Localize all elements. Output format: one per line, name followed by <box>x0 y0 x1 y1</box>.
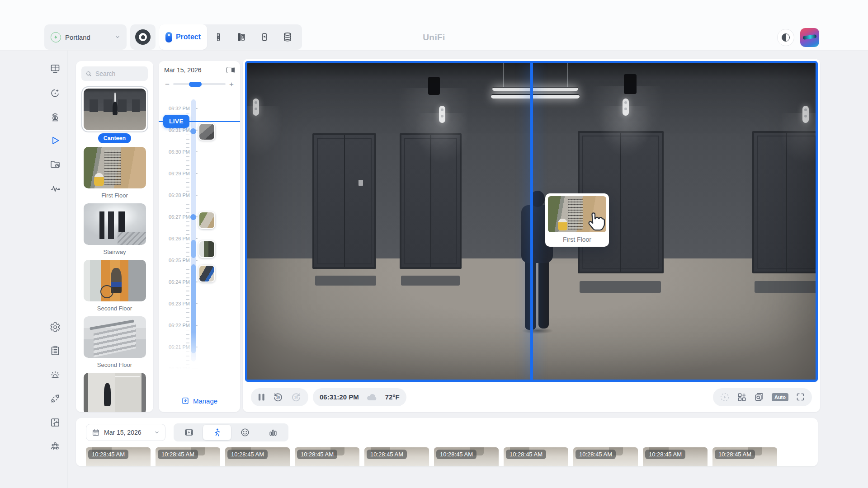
detection-timestamp: 10:28:45 AM <box>645 450 685 459</box>
user-avatar[interactable] <box>800 28 819 47</box>
detection-thumbnail[interactable]: 10:28:45 AM <box>712 447 777 466</box>
left-sidebar <box>0 51 68 488</box>
manage-button[interactable]: Manage <box>159 397 240 405</box>
stats-filter-icon[interactable] <box>259 425 287 440</box>
calendar-icon <box>92 428 100 436</box>
camera-preview <box>84 373 146 412</box>
timeline-event-segment[interactable] <box>191 240 196 258</box>
camera-list: Canteen First Floor Stairway Second Floo… <box>81 89 148 412</box>
camera-list-item[interactable]: Second Floor <box>84 260 146 313</box>
pause-icon[interactable] <box>258 393 265 402</box>
collapse-panel-icon[interactable] <box>226 67 235 73</box>
logs-clipboard-icon[interactable] <box>50 345 61 356</box>
detection-timestamp: 10:28:45 AM <box>715 450 755 459</box>
floorplan-icon[interactable] <box>50 417 61 428</box>
camera-list-item[interactable]: First Floor <box>84 147 146 200</box>
detection-thumbnail[interactable]: 10:28:45 AM <box>643 447 708 466</box>
detection-thumbnail[interactable]: 10:28:45 AM <box>434 447 499 466</box>
camera-list-item[interactable]: Stairway <box>84 203 146 256</box>
timelapse-icon[interactable] <box>720 392 730 402</box>
camera-list-item[interactable]: Second Floor <box>84 316 146 369</box>
camera-panel: Canteen First Floor Stairway Second Floo… <box>76 61 153 412</box>
multiview-grid-icon[interactable] <box>737 392 747 402</box>
date-selector[interactable]: Mar 15, 2026 <box>86 424 165 441</box>
quality-badge[interactable]: Auto <box>772 393 788 401</box>
camera-thumbnail[interactable] <box>84 89 146 130</box>
detection-thumbnail[interactable]: 10:28:45 AM <box>225 447 290 466</box>
zoom-in-button[interactable]: + <box>229 80 234 88</box>
unifi-logo: UniFi <box>0 33 868 42</box>
smart-search-icon[interactable] <box>754 392 764 402</box>
theme-toggle-button[interactable] <box>777 29 794 46</box>
camera-thumbnail[interactable] <box>84 316 146 358</box>
timeline-event-thumbnail[interactable] <box>198 265 215 282</box>
detection-timestamp: 10:28:45 AM <box>436 450 476 459</box>
timeline-date: Mar 15, 2026 <box>164 66 202 74</box>
camera-search[interactable] <box>81 66 148 81</box>
detection-thumbnail[interactable]: 10:28:45 AM <box>573 447 638 466</box>
dashboard-grid-icon[interactable] <box>50 63 61 74</box>
fullscreen-icon[interactable] <box>796 392 805 402</box>
detection-thumbnail[interactable]: 10:28:45 AM <box>295 447 359 466</box>
users-icon[interactable] <box>50 441 61 452</box>
timeline-event-thumbnail[interactable] <box>198 240 215 258</box>
zoom-slider-track[interactable] <box>173 83 226 85</box>
camera-preview <box>84 260 146 301</box>
temperature: 72°F <box>385 393 400 401</box>
detection-timestamp: 10:28:45 AM <box>227 450 268 459</box>
detection-timestamp: 10:28:45 AM <box>297 450 337 459</box>
live-badge[interactable]: LIVE <box>163 115 189 128</box>
playback-icon[interactable] <box>50 135 61 146</box>
camera-preview <box>84 89 146 130</box>
alarm-siren-icon[interactable] <box>50 369 61 380</box>
camera-name: Stairway <box>104 248 126 256</box>
clips-filter-icon[interactable] <box>175 425 203 440</box>
forward-10-icon[interactable]: 10 <box>291 392 302 403</box>
camera-thumbnail[interactable] <box>84 203 146 245</box>
detection-timestamp: 10:28:45 AM <box>576 450 616 459</box>
camera-preview <box>84 203 146 245</box>
timeline-panel: Mar 15, 2026 − + 06:32 PM 06:31 PM 06:30… <box>159 61 240 412</box>
zoom-out-button[interactable]: − <box>165 80 170 88</box>
settings-gear-icon[interactable] <box>50 322 61 333</box>
detection-thumbnail[interactable]: 10:28:45 AM <box>364 447 429 466</box>
camera-thumbnail[interactable] <box>84 373 146 412</box>
selected-date: Mar 15, 2026 <box>104 429 142 436</box>
detection-thumbnail[interactable]: 10:28:45 AM <box>86 447 151 466</box>
zoom-slider-handle[interactable] <box>189 82 202 87</box>
svg-text:10: 10 <box>276 395 280 399</box>
camera-list-item[interactable]: Second Floor <box>84 373 146 412</box>
timeline-event-thumbnail[interactable] <box>198 211 215 229</box>
rewind-10-icon[interactable]: 10 <box>273 392 283 403</box>
timeline-event-thumbnail[interactable] <box>198 123 215 141</box>
download-icon <box>181 397 189 405</box>
face-filter-icon[interactable] <box>231 425 259 440</box>
search-input[interactable] <box>95 70 141 77</box>
timeline-event-dot[interactable] <box>190 128 196 134</box>
timeline-zoom-slider: − + <box>165 81 234 87</box>
clips-folder-icon[interactable] <box>50 159 61 170</box>
camera-thumbnail[interactable] <box>84 147 146 188</box>
ai-sparkle-icon[interactable] <box>50 88 61 99</box>
cameras-icon[interactable] <box>50 112 61 122</box>
detection-strip: 10:28:45 AM 10:28:45 AM 10:28:45 AM 10:2… <box>86 447 818 466</box>
camera-name: Second Floor <box>97 305 132 313</box>
top-bar: Portland Protect UniFi <box>0 0 868 51</box>
camera-list-item[interactable]: Canteen <box>84 89 146 143</box>
person-filter-icon[interactable] <box>203 425 231 440</box>
integrations-plug-icon[interactable] <box>50 393 61 404</box>
camera-name: First Floor <box>101 192 128 200</box>
timeline-event-dot[interactable] <box>190 214 196 220</box>
live-video-viewport[interactable] <box>245 61 818 382</box>
detection-thumbnail[interactable]: 10:28:45 AM <box>504 447 568 466</box>
detection-filter-group <box>174 423 288 441</box>
camera-name: Second Floor <box>97 361 132 369</box>
detections-card: Mar 15, 2026 10:28:45 AM 10:28:45 AM 10:… <box>76 418 818 466</box>
activity-icon[interactable] <box>50 183 61 194</box>
split-view-divider[interactable] <box>530 63 533 382</box>
theme-toggle-icon <box>782 33 790 42</box>
playback-time: 06:31:20 PM <box>320 393 359 401</box>
detection-thumbnail[interactable]: 10:28:45 AM <box>156 447 220 466</box>
camera-thumbnail[interactable] <box>84 260 146 301</box>
chevron-down-icon <box>154 430 160 435</box>
